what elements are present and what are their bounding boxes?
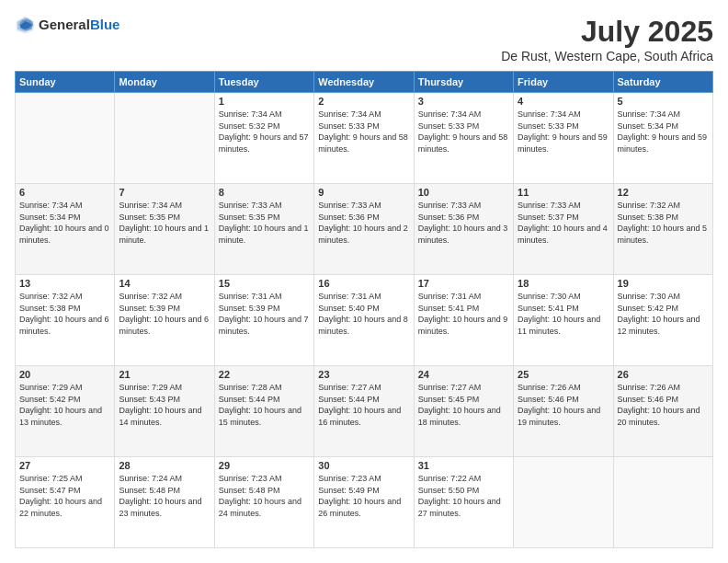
table-row: 28Sunrise: 7:24 AM Sunset: 5:48 PM Dayli… [115,457,214,548]
logo-general: General [39,17,90,32]
day-info: Sunrise: 7:26 AM Sunset: 5:46 PM Dayligh… [518,382,609,428]
day-info: Sunrise: 7:24 AM Sunset: 5:48 PM Dayligh… [119,473,210,519]
page: GeneralBlue July 2025 De Rust, Western C… [0,0,728,563]
table-row: 27Sunrise: 7:25 AM Sunset: 5:47 PM Dayli… [16,457,115,548]
day-info: Sunrise: 7:34 AM Sunset: 5:32 PM Dayligh… [219,109,310,155]
table-row: 25Sunrise: 7:26 AM Sunset: 5:46 PM Dayli… [514,366,613,457]
day-number: 10 [418,187,509,198]
calendar-header-row: Sunday Monday Tuesday Wednesday Thursday… [16,72,713,93]
title-month: July 2025 [501,15,713,49]
col-tuesday: Tuesday [214,72,313,93]
day-info: Sunrise: 7:34 AM Sunset: 5:33 PM Dayligh… [518,109,609,155]
table-row: 2Sunrise: 7:34 AM Sunset: 5:33 PM Daylig… [314,93,414,184]
table-row: 7Sunrise: 7:34 AM Sunset: 5:35 PM Daylig… [115,184,214,275]
col-sunday: Sunday [16,72,115,93]
day-number: 29 [219,460,310,471]
day-info: Sunrise: 7:34 AM Sunset: 5:33 PM Dayligh… [418,109,509,155]
header: GeneralBlue July 2025 De Rust, Western C… [15,15,713,63]
table-row: 16Sunrise: 7:31 AM Sunset: 5:40 PM Dayli… [314,275,414,366]
day-info: Sunrise: 7:34 AM Sunset: 5:34 PM Dayligh… [19,200,110,246]
day-info: Sunrise: 7:32 AM Sunset: 5:38 PM Dayligh… [19,291,110,337]
table-row: 17Sunrise: 7:31 AM Sunset: 5:41 PM Dayli… [414,275,513,366]
table-row: 19Sunrise: 7:30 AM Sunset: 5:42 PM Dayli… [613,275,712,366]
table-row: 10Sunrise: 7:33 AM Sunset: 5:36 PM Dayli… [414,184,513,275]
col-friday: Friday [514,72,613,93]
day-number: 27 [19,460,110,471]
col-thursday: Thursday [414,72,513,93]
day-info: Sunrise: 7:23 AM Sunset: 5:48 PM Dayligh… [219,473,310,519]
day-number: 19 [618,278,709,289]
day-number: 2 [318,96,409,107]
day-number: 7 [119,187,210,198]
day-number: 20 [19,369,110,380]
day-info: Sunrise: 7:30 AM Sunset: 5:42 PM Dayligh… [618,291,709,337]
day-info: Sunrise: 7:34 AM Sunset: 5:35 PM Dayligh… [119,200,210,246]
table-row: 6Sunrise: 7:34 AM Sunset: 5:34 PM Daylig… [16,184,115,275]
day-number: 17 [418,278,509,289]
table-row: 4Sunrise: 7:34 AM Sunset: 5:33 PM Daylig… [514,93,613,184]
calendar-week-row: 20Sunrise: 7:29 AM Sunset: 5:42 PM Dayli… [16,366,713,457]
calendar-week-row: 13Sunrise: 7:32 AM Sunset: 5:38 PM Dayli… [16,275,713,366]
day-number: 13 [19,278,110,289]
day-number: 25 [518,369,609,380]
day-number: 3 [418,96,509,107]
day-number: 24 [418,369,509,380]
table-row: 26Sunrise: 7:26 AM Sunset: 5:46 PM Dayli… [613,366,712,457]
day-info: Sunrise: 7:32 AM Sunset: 5:38 PM Dayligh… [618,200,709,246]
logo-icon [15,15,35,35]
day-info: Sunrise: 7:22 AM Sunset: 5:50 PM Dayligh… [418,473,509,519]
table-row: 11Sunrise: 7:33 AM Sunset: 5:37 PM Dayli… [514,184,613,275]
day-number: 4 [518,96,609,107]
day-info: Sunrise: 7:29 AM Sunset: 5:43 PM Dayligh… [119,382,210,428]
day-number: 22 [219,369,310,380]
day-number: 16 [318,278,409,289]
day-number: 1 [219,96,310,107]
calendar-table: Sunday Monday Tuesday Wednesday Thursday… [15,71,713,548]
table-row [514,457,613,548]
day-number: 26 [618,369,709,380]
logo: GeneralBlue [15,15,119,35]
day-info: Sunrise: 7:27 AM Sunset: 5:44 PM Dayligh… [318,382,409,428]
table-row: 3Sunrise: 7:34 AM Sunset: 5:33 PM Daylig… [414,93,513,184]
day-info: Sunrise: 7:25 AM Sunset: 5:47 PM Dayligh… [19,473,110,519]
table-row [613,457,712,548]
table-row: 29Sunrise: 7:23 AM Sunset: 5:48 PM Dayli… [214,457,313,548]
day-number: 11 [518,187,609,198]
day-number: 6 [19,187,110,198]
table-row: 15Sunrise: 7:31 AM Sunset: 5:39 PM Dayli… [214,275,313,366]
day-number: 18 [518,278,609,289]
table-row: 13Sunrise: 7:32 AM Sunset: 5:38 PM Dayli… [16,275,115,366]
day-number: 23 [318,369,409,380]
table-row: 9Sunrise: 7:33 AM Sunset: 5:36 PM Daylig… [314,184,414,275]
day-info: Sunrise: 7:34 AM Sunset: 5:34 PM Dayligh… [618,109,709,155]
day-info: Sunrise: 7:28 AM Sunset: 5:44 PM Dayligh… [219,382,310,428]
day-info: Sunrise: 7:31 AM Sunset: 5:40 PM Dayligh… [318,291,409,337]
table-row: 21Sunrise: 7:29 AM Sunset: 5:43 PM Dayli… [115,366,214,457]
day-info: Sunrise: 7:32 AM Sunset: 5:39 PM Dayligh… [119,291,210,337]
table-row: 12Sunrise: 7:32 AM Sunset: 5:38 PM Dayli… [613,184,712,275]
col-saturday: Saturday [613,72,712,93]
table-row: 31Sunrise: 7:22 AM Sunset: 5:50 PM Dayli… [414,457,513,548]
day-info: Sunrise: 7:27 AM Sunset: 5:45 PM Dayligh… [418,382,509,428]
table-row: 5Sunrise: 7:34 AM Sunset: 5:34 PM Daylig… [613,93,712,184]
table-row: 30Sunrise: 7:23 AM Sunset: 5:49 PM Dayli… [314,457,414,548]
day-number: 14 [119,278,210,289]
calendar-week-row: 27Sunrise: 7:25 AM Sunset: 5:47 PM Dayli… [16,457,713,548]
day-number: 30 [318,460,409,471]
day-number: 9 [318,187,409,198]
day-number: 31 [418,460,509,471]
day-info: Sunrise: 7:31 AM Sunset: 5:39 PM Dayligh… [219,291,310,337]
day-info: Sunrise: 7:31 AM Sunset: 5:41 PM Dayligh… [418,291,509,337]
table-row [115,93,214,184]
logo-blue: Blue [90,17,120,32]
day-info: Sunrise: 7:33 AM Sunset: 5:36 PM Dayligh… [318,200,409,246]
table-row: 18Sunrise: 7:30 AM Sunset: 5:41 PM Dayli… [514,275,613,366]
title-block: July 2025 De Rust, Western Cape, South A… [501,15,713,63]
calendar-week-row: 6Sunrise: 7:34 AM Sunset: 5:34 PM Daylig… [16,184,713,275]
table-row: 20Sunrise: 7:29 AM Sunset: 5:42 PM Dayli… [16,366,115,457]
table-row: 24Sunrise: 7:27 AM Sunset: 5:45 PM Dayli… [414,366,513,457]
day-info: Sunrise: 7:34 AM Sunset: 5:33 PM Dayligh… [318,109,409,155]
day-number: 21 [119,369,210,380]
table-row: 14Sunrise: 7:32 AM Sunset: 5:39 PM Dayli… [115,275,214,366]
col-monday: Monday [115,72,214,93]
